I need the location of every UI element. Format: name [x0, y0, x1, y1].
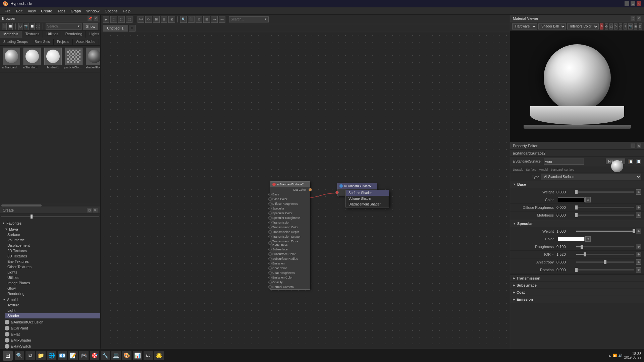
menu-file[interactable]: File — [2, 8, 13, 14]
tab-projects[interactable]: Projects — [54, 39, 73, 45]
node1-transscatter-pin[interactable] — [268, 235, 272, 238]
pe-close-btn[interactable]: ✕ — [637, 143, 641, 148]
node1-transdepth-pin[interactable] — [268, 230, 272, 234]
pe-name-input[interactable] — [544, 159, 584, 165]
gtb-btn6[interactable]: ⟳ — [145, 16, 152, 23]
popup-surface-shader[interactable]: Surface Shader — [346, 190, 389, 196]
vt-btn6[interactable]: 📷 — [628, 23, 633, 29]
menu-create[interactable]: Create — [38, 8, 55, 14]
maximize-button[interactable]: □ — [631, 1, 635, 6]
pe-section-base-header[interactable]: ▼ Base — [510, 181, 644, 188]
node1-subsurface-pin[interactable] — [268, 248, 272, 251]
rotation-handle[interactable] — [575, 268, 578, 272]
taskbar-explorer[interactable]: 📁 — [36, 351, 46, 360]
taskbar-app6[interactable]: 📊 — [133, 351, 142, 360]
menu-tabs[interactable]: Tabs — [55, 8, 68, 14]
pe-section-emission-header[interactable]: ▶ Emission — [510, 296, 644, 303]
tree-header-favorites[interactable]: ▼ Favorites — [0, 221, 100, 226]
gtb-connect[interactable]: ⊸ — [211, 16, 218, 23]
thumbnail-shaderglow1[interactable]: shaderGlow1 — [85, 47, 100, 70]
vt-btn3[interactable]: ↻ — [614, 23, 618, 29]
node1-transcolor-pin[interactable] — [268, 226, 272, 229]
ball-type-select[interactable]: Shader Ball — [538, 23, 566, 29]
tree-child-glow[interactable]: Glow — [5, 286, 100, 291]
base-color-swatch[interactable] — [558, 197, 585, 202]
tab-textures[interactable]: Textures — [22, 31, 43, 38]
vt-btn8[interactable]: ⊡ — [639, 23, 642, 29]
create-panel-pin[interactable]: ◻ — [87, 208, 92, 213]
tree-child-light[interactable]: Light — [5, 308, 100, 313]
base-color-btn[interactable]: ⊕ — [585, 197, 591, 202]
base-weight-track[interactable] — [576, 191, 634, 193]
tree-child-texture[interactable]: Texture — [5, 302, 100, 308]
thumbnail-lambert1[interactable]: lambert1 — [43, 47, 63, 70]
base-weight-btn[interactable]: ⊕ — [636, 189, 641, 195]
browser-search-input[interactable] — [47, 24, 77, 28]
node1-normalcam-pin[interactable] — [268, 285, 272, 289]
tree-child-imageplanes[interactable]: Image Planes — [5, 280, 100, 286]
metalness-handle[interactable] — [575, 213, 578, 217]
mv-expand-button[interactable]: ⬚ — [631, 16, 635, 21]
node1-emission-pin[interactable] — [268, 262, 272, 265]
node2-input-pin[interactable] — [335, 191, 339, 194]
pe-section-transmission-header[interactable]: ▶ Transmission — [510, 275, 644, 282]
taskbar-taskview[interactable]: ⧉ — [25, 351, 35, 360]
vt-btn-s[interactable]: S — [600, 23, 603, 29]
tree-child-displacement[interactable]: Displacement — [5, 243, 100, 248]
thumbnail-aistandardsurface1[interactable]: aiStandardS... — [1, 47, 21, 70]
taskbar-edge[interactable]: 🌐 — [47, 351, 56, 360]
spec-ior-btn[interactable]: ⊕ — [636, 252, 641, 257]
gtb-btn1[interactable]: ▶ — [103, 16, 109, 23]
diffuse-roughness-btn[interactable]: ⊕ — [636, 205, 641, 210]
node1-transextra-pin[interactable] — [268, 241, 272, 245]
node1-subsurfradius-pin[interactable] — [268, 257, 272, 260]
vt-btn1[interactable]: ⚙ — [605, 23, 608, 29]
shader-item-carpaint[interactable]: aiCarPaint — [3, 325, 100, 331]
graph-tab-untitled[interactable]: Untitled_1 — [103, 25, 128, 32]
pe-section-subsurface-header[interactable]: ▶ Subsurface — [510, 282, 644, 289]
graph-search-dropdown[interactable]: ▼ — [264, 18, 267, 21]
sys-tray-arrow[interactable]: ▲ — [608, 354, 611, 357]
taskbar-clock[interactable]: 18:33 2019-03-22 — [624, 352, 641, 359]
create-panel-close[interactable]: ✕ — [93, 208, 98, 213]
pe-section-coat-header[interactable]: ▶ Coat — [510, 289, 644, 296]
spec-roughness-handle[interactable] — [581, 245, 583, 249]
minimize-button[interactable]: ─ — [625, 1, 629, 6]
browser-close-button[interactable]: ✕ — [94, 16, 98, 21]
tree-header-maya[interactable]: ▼ Maya — [0, 227, 100, 232]
tab-utilities[interactable]: Utilities — [43, 31, 62, 38]
start-button[interactable]: ⊞ — [3, 351, 13, 361]
menu-view[interactable]: View — [25, 8, 39, 14]
node1-coatroughness-pin[interactable] — [268, 271, 272, 275]
popup-volume-shader[interactable]: Volume Shader — [346, 196, 389, 201]
tb-btn6[interactable]: ⛶ — [36, 23, 40, 30]
vt-btn7[interactable]: ⊠ — [634, 23, 637, 29]
create-slider-handle[interactable] — [31, 215, 33, 219]
shader-item-ambientocc[interactable]: aiAmbientOcclusion — [3, 319, 100, 325]
node1-emissioncolor-pin[interactable] — [268, 276, 272, 279]
tb-btn1[interactable]: ⬛ — [2, 23, 7, 30]
anisotropy-track[interactable] — [576, 261, 634, 263]
gtb-btn2[interactable]: ⬚ — [110, 16, 117, 23]
taskbar-app3[interactable]: 🔧 — [101, 351, 110, 360]
tab-rendering[interactable]: Rendering — [62, 31, 86, 38]
create-slider[interactable] — [1, 216, 99, 217]
sys-volume[interactable]: 🔊 — [618, 354, 622, 357]
tree-child-surface[interactable]: Surface — [5, 232, 100, 237]
render-mode-select[interactable]: Hardware — [512, 23, 537, 29]
thumbnail-aistandardsurface2[interactable]: aiStandardS... — [22, 47, 42, 70]
node1-basecolor-pin[interactable] — [268, 197, 272, 201]
tb-btn2[interactable]: 🔲 — [8, 23, 13, 30]
diffuse-roughness-track[interactable] — [576, 207, 634, 208]
menu-window[interactable]: Window — [84, 8, 102, 14]
pe-copy-btn[interactable]: 📋 — [628, 159, 633, 164]
gtb-layout[interactable]: ⧉ — [196, 16, 202, 23]
tb-btn3[interactable]: ⭯ — [18, 23, 22, 30]
taskbar-app5[interactable]: 🎨 — [122, 351, 131, 360]
color-mode-select[interactable]: Interior1 Color — [567, 23, 599, 29]
taskbar-outlook[interactable]: 📧 — [58, 351, 67, 360]
base-weight-handle[interactable] — [575, 190, 578, 194]
node1-diffroughness-pin[interactable] — [268, 202, 272, 205]
pe-expand-btn[interactable]: ⬚ — [631, 143, 635, 148]
taskbar-app4[interactable]: 💻 — [111, 351, 121, 360]
